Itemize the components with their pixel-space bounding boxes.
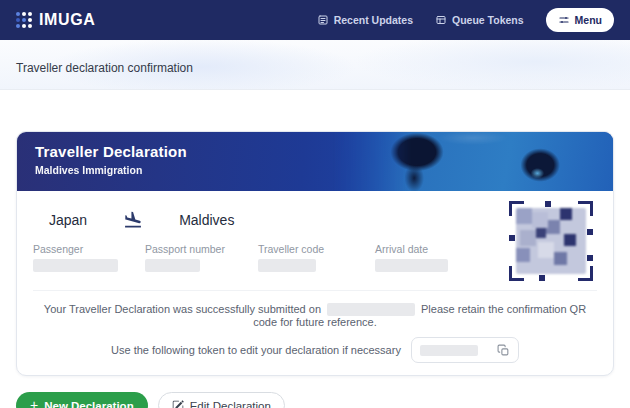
navbar-links: Recent Updates Queue Tokens Menu: [317, 8, 614, 32]
flight-land-icon: [121, 210, 145, 230]
new-declaration-button[interactable]: + New Declaration: [16, 392, 148, 408]
news-icon: [317, 14, 329, 26]
redacted-passport-value: [145, 259, 200, 272]
main-content: Traveller Declaration Maldives Immigrati…: [0, 131, 630, 408]
qr-module: [587, 229, 593, 235]
qr-module: [587, 255, 593, 261]
plus-icon: +: [30, 398, 38, 408]
brand-name: IMUGA: [39, 11, 95, 29]
card-title: Traveller Declaration: [35, 143, 613, 160]
edit-declaration-label: Edit Declaration: [190, 400, 271, 408]
card-header-text: Traveller Declaration Maldives Immigrati…: [17, 132, 613, 176]
field-label: Traveller code: [258, 243, 375, 255]
nav-link-label: Recent Updates: [334, 14, 413, 26]
card-subtitle: Maldives Immigration: [35, 164, 613, 176]
route-origin: Japan: [49, 212, 87, 228]
page: IMUGA Recent Updates Queue Tokens Menu T…: [0, 0, 630, 408]
redacted-submission-date: [327, 303, 415, 316]
nav-queue-tokens[interactable]: Queue Tokens: [435, 14, 524, 26]
card-header: Traveller Declaration Maldives Immigrati…: [17, 132, 613, 191]
qr-corner-mark: [509, 266, 524, 281]
tokens-icon: [435, 14, 447, 26]
actions-row: + New Declaration Edit Declaration: [16, 392, 630, 408]
qr-corner-mark: [578, 201, 593, 216]
imuga-logo-icon: [16, 12, 33, 29]
redacted-passenger-value: [33, 259, 118, 272]
new-declaration-label: New Declaration: [44, 400, 133, 408]
declaration-card: Traveller Declaration Maldives Immigrati…: [16, 131, 614, 376]
token-row: Use the following token to edit your dec…: [33, 337, 597, 363]
page-header: Traveller declaration confirmation: [0, 40, 630, 90]
confirmation-message: Your Traveller Declaration was successfu…: [33, 290, 597, 328]
sliders-icon: [558, 14, 570, 26]
route-destination: Maldives: [179, 212, 234, 228]
confirmation-text-before: Your Traveller Declaration was successfu…: [44, 303, 321, 315]
field-label: Passport number: [145, 243, 258, 255]
card-body: Japan Maldives Passenger Passport number: [17, 191, 613, 375]
token-instruction: Use the following token to edit your dec…: [111, 344, 401, 356]
redacted-arrival-date-value: [375, 259, 448, 272]
field-passenger: Passenger: [33, 243, 145, 276]
qr-module: [509, 235, 515, 241]
qr-redacted-mosaic: [516, 208, 586, 274]
field-passport-number: Passport number: [145, 243, 258, 276]
nav-recent-updates[interactable]: Recent Updates: [317, 14, 413, 26]
qr-module: [545, 201, 551, 207]
top-navbar: IMUGA Recent Updates Queue Tokens Menu: [0, 0, 630, 40]
qr-corner-mark: [509, 201, 524, 216]
qr-module: [539, 275, 545, 281]
nav-link-label: Queue Tokens: [452, 14, 524, 26]
brand-logo[interactable]: IMUGA: [16, 11, 95, 29]
field-label: Passenger: [33, 243, 145, 255]
qr-corner-mark: [578, 266, 593, 281]
menu-button-label: Menu: [575, 14, 602, 26]
menu-button[interactable]: Menu: [546, 8, 614, 32]
copy-icon[interactable]: [497, 344, 510, 357]
edit-icon: [172, 400, 184, 408]
token-field[interactable]: [411, 337, 519, 363]
field-traveller-code: Traveller code: [258, 243, 375, 276]
confirmation-qr-code: [509, 201, 593, 281]
page-title: Traveller declaration confirmation: [16, 61, 193, 75]
redacted-traveller-code-value: [258, 259, 316, 272]
redacted-token-value: [420, 345, 478, 356]
edit-declaration-button[interactable]: Edit Declaration: [158, 392, 285, 408]
